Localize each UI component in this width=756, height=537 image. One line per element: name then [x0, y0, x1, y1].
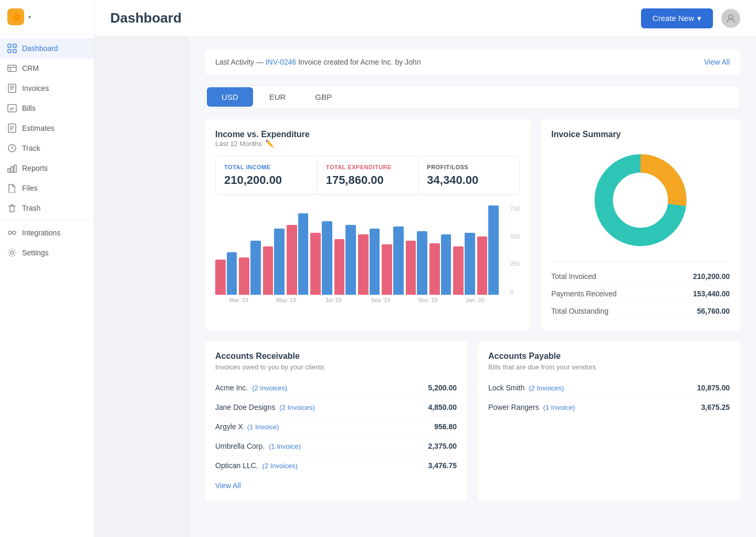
income-bar	[345, 225, 356, 295]
bills-icon	[7, 104, 17, 113]
currency-tab-eur[interactable]: EUR	[255, 86, 301, 108]
expense-bar	[310, 233, 321, 295]
receivable-view-all[interactable]: View All	[215, 481, 241, 490]
expense-bar	[239, 257, 249, 295]
table-row: Optican LLC. (2 Invoices) 3,476.75	[215, 456, 457, 475]
logo-area[interactable]: 🔶 ▾	[0, 0, 94, 34]
expense-bar	[334, 239, 345, 295]
integrations-icon	[7, 228, 17, 237]
topbar: Dashboard Create New ▾	[94, 0, 756, 37]
avatar[interactable]	[721, 9, 740, 28]
sidebar-label-reports: Reports	[22, 164, 48, 172]
income-bar	[441, 234, 452, 295]
activity-text: Last Activity — INV-0246 Invoice created…	[215, 58, 421, 66]
bar-group	[406, 231, 427, 295]
svg-rect-0	[8, 44, 11, 47]
reports-icon	[7, 163, 17, 173]
accounts-receivable-card: Accounts Receivable Invoices owed to you…	[205, 341, 467, 501]
svg-rect-3	[13, 49, 16, 53]
files-icon	[7, 183, 17, 193]
currency-tab-usd[interactable]: USD	[207, 87, 253, 107]
income-bar	[465, 233, 475, 295]
nav-section-main: Dashboard CRM Invoices Bills Estimates T…	[0, 34, 94, 267]
edit-icon[interactable]: ✏️	[265, 139, 274, 148]
sidebar-item-files[interactable]: Files	[0, 178, 94, 198]
sidebar-label-crm: CRM	[22, 64, 39, 73]
svg-rect-18	[11, 167, 13, 172]
accounts-payable-card: Accounts Payable Bills that are due from…	[478, 341, 740, 501]
donut-chart	[588, 148, 693, 253]
bar-group	[287, 213, 308, 295]
stats-row: TOTAL INCOME 210,200.00 TOTAL EXPENDITUR…	[215, 156, 520, 195]
svg-rect-2	[8, 49, 11, 53]
sidebar-item-crm[interactable]: CRM	[0, 58, 94, 78]
sidebar-item-settings[interactable]: Settings	[0, 243, 94, 263]
invoice-summary-card: Invoice Summary Total Invoiced 210,200.0…	[541, 119, 740, 331]
activity-bar: Last Activity — INV-0246 Invoice created…	[205, 49, 740, 75]
bar-group	[477, 205, 499, 295]
income-bar	[227, 252, 237, 295]
activity-view-all[interactable]: View All	[704, 58, 730, 66]
estimates-icon	[7, 123, 17, 133]
income-bar	[322, 221, 332, 295]
sidebar-item-reports[interactable]: Reports	[0, 158, 94, 178]
svg-rect-17	[8, 169, 10, 172]
chart-x-labels: Mar '19 May '19 Jul '19 Sep '19 Nov '19 …	[215, 297, 520, 303]
bar-group	[215, 252, 237, 295]
invoice-stat-total-outstanding: Total Outstanding 56,760.00	[551, 303, 730, 320]
currency-tabs: USD EUR GBP	[205, 85, 740, 109]
expense-bar	[382, 244, 392, 295]
activity-invoice-link[interactable]: INV-0246	[266, 58, 296, 66]
stat-profit-loss: PROFIT/LOSS 34,340.00	[418, 157, 519, 194]
donut-container	[551, 148, 730, 253]
dashboard-grid: Income vs. Expenditure Last 12 Months ✏️…	[205, 119, 740, 331]
svg-rect-7	[8, 84, 16, 92]
page-title: Dashboard	[110, 10, 182, 26]
income-bar	[370, 229, 380, 295]
sidebar-label-track: Track	[22, 144, 40, 152]
sidebar-item-dashboard[interactable]: Dashboard	[0, 38, 94, 58]
bar-group	[453, 233, 475, 295]
sidebar: 🔶 ▾ Dashboard CRM Invoices Bills Estimat…	[0, 0, 94, 537]
income-bar	[298, 213, 309, 295]
svg-point-27	[613, 173, 668, 228]
expense-bar	[287, 225, 297, 295]
main-content: Last Activity — INV-0246 Invoice created…	[189, 37, 756, 537]
payable-table: Lock Smith (2 Invoices) 10,875.00 Power …	[488, 378, 730, 417]
svg-point-21	[13, 231, 16, 234]
settings-icon	[7, 248, 17, 257]
create-new-button[interactable]: Create New ▾	[641, 8, 713, 28]
income-bar	[250, 241, 261, 295]
crm-icon	[7, 64, 17, 73]
invoice-stat-payments-received: Payments Received 153,440.00	[551, 285, 730, 303]
bar-group	[263, 229, 285, 295]
sidebar-item-trash[interactable]: Trash	[0, 198, 94, 218]
sidebar-item-bills[interactable]: Bills	[0, 98, 94, 118]
expense-bar	[358, 234, 369, 295]
sidebar-item-estimates[interactable]: Estimates	[0, 118, 94, 138]
expense-bar	[263, 246, 274, 295]
expense-bar	[453, 246, 464, 295]
sidebar-item-track[interactable]: Track	[0, 138, 94, 158]
currency-tab-gbp[interactable]: GBP	[300, 86, 346, 108]
receivable-table: Acme Inc. (2 Invoices) 5,200.00 Jane Doe…	[215, 378, 457, 475]
expense-bar	[429, 243, 440, 295]
app-logo: 🔶	[7, 8, 24, 25]
stat-total-expenditure: TOTAL EXPENDITURE 175,860.00	[317, 157, 418, 194]
sidebar-item-invoices[interactable]: Invoices	[0, 78, 94, 98]
bottom-grid: Accounts Receivable Invoices owed to you…	[205, 341, 740, 501]
income-title: Income vs. Expenditure	[215, 130, 520, 139]
bar-chart	[215, 205, 520, 295]
income-header: Income vs. Expenditure Last 12 Months ✏️	[215, 130, 520, 148]
stat-total-income: TOTAL INCOME 210,200.00	[216, 157, 317, 194]
expense-bar	[406, 241, 416, 295]
bar-group	[429, 234, 451, 295]
svg-point-20	[8, 231, 12, 234]
sidebar-label-integrations: Integrations	[22, 229, 60, 237]
svg-point-24	[729, 15, 733, 19]
sidebar-label-invoices: Invoices	[22, 84, 49, 92]
grid-icon	[7, 44, 17, 53]
sidebar-item-integrations[interactable]: Integrations	[0, 223, 94, 243]
income-bar	[274, 229, 285, 295]
invoice-stats: Total Invoiced 210,200.00 Payments Recei…	[551, 261, 730, 320]
